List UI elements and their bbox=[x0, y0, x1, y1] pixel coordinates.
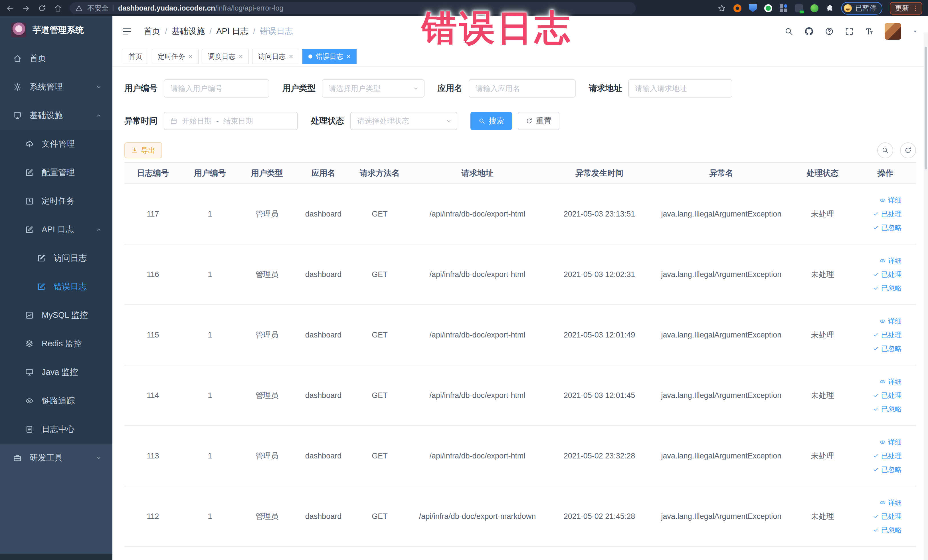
breadcrumb-item[interactable]: 基础设施 bbox=[172, 26, 205, 37]
sidebar-item-config[interactable]: 配置管理 bbox=[0, 158, 112, 187]
action-ignored-link[interactable]: 已忽略 bbox=[873, 404, 902, 414]
browser-actions: 已暂停 更新 bbox=[717, 2, 922, 15]
check-icon bbox=[873, 271, 879, 278]
close-tab-icon[interactable]: × bbox=[346, 53, 351, 60]
security-chip[interactable]: 不安全 bbox=[87, 3, 109, 13]
action-label: 已忽略 bbox=[881, 284, 902, 293]
font-size-icon[interactable] bbox=[865, 27, 874, 36]
browser-home-button[interactable] bbox=[53, 4, 62, 12]
breadcrumb-item[interactable]: 首页 bbox=[144, 26, 160, 37]
search-button-label: 搜索 bbox=[489, 116, 504, 126]
sidebar-item-error-log[interactable]: 错误日志 bbox=[0, 272, 112, 301]
action-detail-link[interactable]: 详细 bbox=[879, 256, 902, 265]
collapse-sidebar-icon[interactable] bbox=[122, 26, 132, 36]
extension-green-icon[interactable] bbox=[764, 4, 772, 12]
sidebar-item-job[interactable]: 定时任务 bbox=[0, 187, 112, 215]
extension-leaf-icon[interactable] bbox=[810, 4, 818, 12]
action-processed-link[interactable]: 已处理 bbox=[873, 512, 902, 521]
action-processed-link[interactable]: 已处理 bbox=[873, 270, 902, 279]
cell-url: /api/infra/db-doc/export-html bbox=[408, 331, 546, 339]
back-button[interactable] bbox=[6, 4, 14, 12]
sidebar-logo[interactable]: 芋道管理系统 bbox=[0, 16, 112, 41]
sidebar-item-log-center[interactable]: 日志中心 bbox=[0, 415, 112, 444]
action-ignored-link[interactable]: 已忽略 bbox=[873, 525, 902, 535]
search-button[interactable]: 搜索 bbox=[470, 112, 512, 130]
refresh-table-button[interactable] bbox=[900, 142, 916, 158]
tab-error-log[interactable]: 错误日志× bbox=[302, 49, 357, 64]
sidebar-item-mysql[interactable]: MySQL 监控 bbox=[0, 301, 112, 330]
forward-button[interactable] bbox=[22, 4, 30, 12]
search-icon[interactable] bbox=[784, 27, 793, 36]
scrollbar[interactable] bbox=[924, 32, 928, 560]
check-icon bbox=[873, 527, 879, 533]
reload-button[interactable] bbox=[38, 4, 46, 12]
action-processed-link[interactable]: 已处理 bbox=[873, 209, 902, 218]
sidebar-item-infra[interactable]: 基础设施 bbox=[0, 101, 112, 130]
fullscreen-icon bbox=[845, 27, 854, 36]
filter-label: 用户编号 bbox=[124, 83, 157, 94]
action-label: 详细 bbox=[888, 256, 902, 265]
action-ignored-link[interactable]: 已忽略 bbox=[873, 465, 902, 474]
action-ignored-link[interactable]: 已忽略 bbox=[873, 284, 902, 293]
sidebar-item-access-log[interactable]: 访问日志 bbox=[0, 244, 112, 272]
breadcrumb-item[interactable]: API 日志 bbox=[216, 26, 249, 37]
user-id-input[interactable] bbox=[164, 79, 269, 98]
paused-badge[interactable]: 已暂停 bbox=[841, 2, 882, 15]
tab-job[interactable]: 定时任务× bbox=[152, 49, 198, 64]
close-tab-icon[interactable]: × bbox=[239, 53, 243, 60]
sidebar-item-dev-tools[interactable]: 研发工具 bbox=[0, 444, 112, 472]
action-ignored-link[interactable]: 已忽略 bbox=[873, 344, 902, 353]
extension-shield-icon[interactable] bbox=[749, 4, 757, 12]
fullscreen-icon[interactable] bbox=[845, 27, 854, 36]
table-row: 1161管理员dashboardGET/api/infra/db-doc/exp… bbox=[124, 244, 916, 305]
action-processed-link[interactable]: 已处理 bbox=[873, 451, 902, 461]
process-status-select[interactable]: 请选择处理状态 bbox=[350, 112, 457, 130]
close-tab-icon[interactable]: × bbox=[289, 53, 293, 60]
toggle-search-button[interactable] bbox=[877, 142, 893, 158]
scrollbar-thumb[interactable] bbox=[925, 47, 927, 169]
export-button[interactable]: 导出 bbox=[124, 142, 162, 158]
sidebar-item-redis[interactable]: Redis 监控 bbox=[0, 330, 112, 358]
refresh-icon bbox=[904, 146, 912, 154]
tab-label: 定时任务 bbox=[158, 52, 185, 61]
reset-button[interactable]: 重置 bbox=[518, 112, 559, 130]
cell-method: GET bbox=[351, 452, 408, 461]
action-processed-link[interactable]: 已处理 bbox=[873, 330, 902, 339]
github-icon[interactable] bbox=[804, 26, 814, 36]
sidebar-item-system[interactable]: 系统管理 bbox=[0, 73, 112, 101]
app-name-input[interactable] bbox=[469, 79, 576, 98]
action-detail-link[interactable]: 详细 bbox=[879, 317, 902, 326]
avatar[interactable] bbox=[885, 23, 901, 40]
action-ignored-link[interactable]: 已忽略 bbox=[873, 223, 902, 232]
action-detail-link[interactable]: 详细 bbox=[879, 438, 902, 447]
sidebar-item-api-log[interactable]: API 日志 bbox=[0, 215, 112, 244]
update-button[interactable]: 更新 bbox=[890, 2, 922, 15]
tab-home[interactable]: 首页 bbox=[123, 49, 148, 64]
app-title: 芋道管理系统 bbox=[32, 24, 84, 36]
sidebar-item-java[interactable]: Java 监控 bbox=[0, 358, 112, 386]
paused-label: 已暂停 bbox=[855, 3, 877, 13]
tab-access-log[interactable]: 访问日志× bbox=[252, 49, 299, 64]
extension-switch-icon[interactable] bbox=[795, 4, 803, 12]
check-icon bbox=[873, 467, 879, 473]
docs-question-icon[interactable] bbox=[825, 27, 834, 36]
sidebar-item-home[interactable]: 首页 bbox=[0, 44, 112, 73]
sidebar-item-trace[interactable]: 链路追踪 bbox=[0, 386, 112, 415]
address-bar[interactable]: 不安全 dashboard.yudao.iocoder.cn/infra/log… bbox=[70, 2, 636, 14]
action-processed-link[interactable]: 已处理 bbox=[873, 391, 902, 400]
tab-job-log[interactable]: 调度日志× bbox=[202, 49, 249, 64]
user-type-select[interactable]: 请选择用户类型 bbox=[322, 79, 424, 98]
caret-down-icon[interactable] bbox=[912, 28, 918, 35]
cell-time: 2021-05-03 12:01:45 bbox=[546, 391, 652, 400]
extensions-puzzle-icon[interactable] bbox=[826, 4, 834, 12]
action-detail-link[interactable]: 详细 bbox=[879, 377, 902, 386]
date-range-input[interactable]: 开始日期 - 结束日期 bbox=[164, 112, 298, 130]
request-url-input[interactable] bbox=[628, 79, 732, 98]
sidebar-item-file[interactable]: 文件管理 bbox=[0, 130, 112, 158]
extension-orange-icon[interactable] bbox=[733, 4, 742, 12]
extension-grid-icon[interactable] bbox=[780, 4, 788, 12]
action-detail-link[interactable]: 详细 bbox=[879, 498, 902, 507]
bookmark-star-icon[interactable] bbox=[717, 4, 726, 12]
close-tab-icon[interactable]: × bbox=[189, 53, 192, 60]
action-detail-link[interactable]: 详细 bbox=[879, 196, 902, 205]
